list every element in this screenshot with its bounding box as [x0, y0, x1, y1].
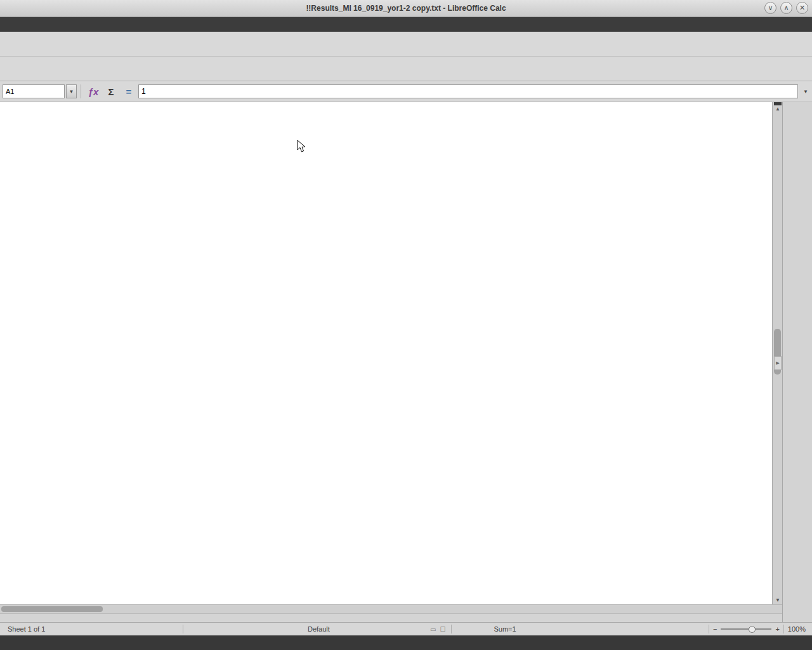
sheet-area: ▲ ▼ — [0, 102, 782, 622]
zoom-level[interactable]: 100% — [788, 625, 806, 633]
minimize-icon: ∨ — [768, 4, 773, 11]
maximize-button[interactable]: ∧ — [780, 2, 792, 14]
name-box-dropdown-icon[interactable]: ▼ — [66, 84, 77, 98]
status-separator — [183, 625, 183, 633]
vertical-scrollbar[interactable]: ▲ ▼ — [772, 102, 783, 604]
zoom-in-icon[interactable]: + — [775, 625, 779, 633]
maximize-icon: ∧ — [783, 4, 789, 11]
status-separator — [451, 625, 452, 633]
window-controls: ∨∧✕ — [764, 2, 808, 14]
equals-icon: = — [126, 86, 132, 97]
sum-button[interactable]: Σ — [103, 84, 119, 99]
function-wizard-button[interactable]: ƒx — [85, 84, 102, 99]
status-separator — [783, 625, 784, 633]
hide-sidebar-icon[interactable]: ▶ — [774, 356, 782, 370]
spreadsheet-grid — [0, 102, 772, 604]
status-bar: Sheet 1 of 1 Default ▭ ☐ Sum=1 − + 100% — [0, 622, 812, 635]
title-bar: !!Results_MI 16_0919_yor1-2 copy.txt - L… — [0, 0, 812, 17]
zoom-slider[interactable] — [721, 628, 771, 630]
formula-bar: ▼ ƒx Σ = ▼ — [0, 81, 812, 102]
horizontal-scrollbar[interactable] — [0, 604, 782, 613]
close-button[interactable]: ✕ — [796, 2, 808, 14]
formula-input[interactable] — [138, 84, 798, 98]
horizontal-scrollbar-thumb[interactable] — [1, 606, 103, 612]
split-handle[interactable] — [774, 102, 782, 105]
zoom-out-icon[interactable]: − — [713, 625, 717, 633]
libreoffice-calc-window: !!Results_MI 16_0919_yor1-2 copy.txt - L… — [0, 0, 812, 650]
menu-bar — [0, 17, 812, 32]
zoom-slider-thumb[interactable] — [749, 626, 756, 633]
sum-status[interactable]: Sum=1 — [494, 625, 516, 633]
taskbar — [0, 635, 812, 650]
window-title: !!Results_MI 16_0919_yor1-2 copy.txt - L… — [0, 4, 812, 13]
expand-formula-bar-icon[interactable]: ▼ — [799, 84, 809, 99]
selection-mode-icon[interactable]: ☐ — [440, 626, 445, 633]
name-box[interactable] — [3, 84, 65, 98]
formatting-toolbar — [0, 56, 812, 81]
toolbar-separator — [81, 84, 81, 98]
main-area: ▲ ▼ ▶ — [0, 102, 812, 622]
status-separator — [709, 625, 709, 633]
sheet-info: Sheet 1 of 1 — [8, 625, 179, 633]
scroll-up-icon[interactable]: ▲ — [773, 106, 783, 112]
sum-icon: Σ — [108, 86, 114, 97]
insert-mode-icon[interactable]: ▭ — [430, 626, 436, 633]
function-wizard-icon: ƒx — [88, 86, 99, 97]
sidebar: ▶ — [782, 102, 812, 622]
equals-button[interactable]: = — [121, 84, 137, 99]
scroll-down-icon[interactable]: ▼ — [773, 597, 783, 603]
page-style[interactable]: Default — [308, 625, 428, 633]
standard-toolbar — [0, 32, 812, 56]
minimize-button[interactable]: ∨ — [764, 2, 776, 14]
close-icon: ✕ — [799, 4, 805, 11]
